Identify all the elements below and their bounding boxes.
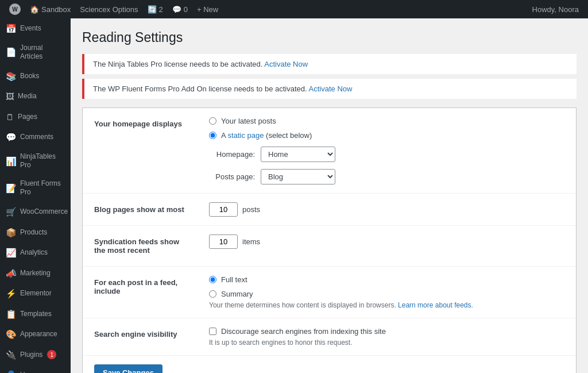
site-icon: 🏠 — [30, 5, 39, 14]
comments-menu-icon: 💬 — [6, 132, 17, 143]
blog-pages-suffix: posts — [242, 205, 260, 214]
main-content: Reading Settings The Ninja Tables Pro li… — [71, 18, 588, 373]
sidebar-item-woocommerce[interactable]: 🛒 WooCommerce — [0, 202, 71, 222]
users-icon: 👤 — [6, 370, 17, 373]
static-page-radio[interactable] — [209, 132, 216, 139]
settings-form: Your homepage displays Your latest posts — [82, 107, 577, 373]
search-engine-checkbox[interactable] — [209, 328, 216, 335]
full-text-radio[interactable] — [209, 276, 216, 283]
sidebar-item-analytics[interactable]: 📈 Analytics — [0, 243, 71, 263]
homepage-displays-field: Your latest posts A static page (select … — [198, 108, 576, 194]
sidebar: 📅 Events 📄 Journal Articles 📚 Books 🖼 Me… — [0, 18, 71, 373]
fluent-notice: The WP Fluent Forms Pro Add On license n… — [82, 79, 577, 99]
feed-radio-group: Full text Summary — [209, 275, 564, 298]
search-engine-row: Search engine visibility Discourage sear… — [83, 318, 576, 356]
comments-icon: 💬 — [172, 5, 181, 14]
feed-description-text: Your theme determines how content is dis… — [209, 301, 396, 309]
search-engine-help-text: It is up to search engines to honor this… — [209, 339, 564, 347]
static-page-link[interactable]: static page — [228, 131, 264, 140]
sidebar-item-templates[interactable]: 📋 Templates — [0, 304, 71, 325]
page-title: Reading Settings — [82, 30, 577, 45]
syndication-field: 10 items — [198, 226, 576, 267]
form-table: Your homepage displays Your latest posts — [83, 108, 576, 356]
syndication-input[interactable]: 10 — [209, 234, 238, 249]
updates-icon: 🔄 — [148, 5, 157, 14]
feed-include-label: For each post in a feed, include — [83, 267, 198, 318]
ninjatables-icon: 📊 — [6, 156, 17, 167]
updates-button[interactable]: 🔄 2 — [143, 0, 168, 18]
plugin-name-button[interactable]: Sciencex Options — [75, 0, 142, 18]
elementor-icon: ⚡ — [6, 288, 17, 299]
syndication-suffix: items — [242, 237, 260, 246]
howdy-text: Howdy, Noora — [528, 5, 583, 14]
blog-pages-label: Blog pages show at most — [83, 194, 198, 226]
media-icon: 🖼 — [6, 91, 14, 102]
sidebar-item-ninjatables[interactable]: 📊 NinjaTables Pro — [0, 148, 71, 175]
wp-logo-button[interactable]: W — [5, 0, 25, 18]
comments-button[interactable]: 💬 0 — [168, 0, 192, 18]
sidebar-item-fluentforms[interactable]: 📝 Fluent Forms Pro — [0, 175, 71, 202]
homepage-select-row: Homepage: Home About Contact Blog — [209, 147, 564, 162]
sidebar-item-media[interactable]: 🖼 Media — [0, 86, 71, 107]
posts-page-select-row: Posts page: Blog News Articles — [209, 169, 564, 184]
sidebar-item-elementor[interactable]: ⚡ Elementor — [0, 283, 71, 304]
new-content-button[interactable]: + New — [192, 0, 223, 18]
learn-more-feeds-link[interactable]: Learn more about feeds. — [398, 301, 473, 309]
plugin-name-label: Sciencex Options — [80, 5, 138, 14]
homepage-radio-group: Your latest posts A static page (select … — [209, 117, 564, 140]
posts-page-select[interactable]: Blog News Articles — [261, 169, 335, 184]
products-icon: 📦 — [6, 227, 17, 239]
feed-include-row: For each post in a feed, include Full te… — [83, 267, 576, 318]
comments-count: 0 — [184, 5, 188, 14]
save-changes-button[interactable]: Save Changes — [94, 364, 163, 373]
sidebar-item-users[interactable]: 👤 Users — [0, 365, 71, 373]
feed-description: Your theme determines how content is dis… — [209, 301, 564, 309]
blog-pages-input[interactable]: 10 — [209, 202, 238, 217]
sidebar-item-plugins[interactable]: 🔌 Plugins 1 — [0, 345, 71, 366]
fluent-notice-text: The WP Fluent Forms Pro Add On license n… — [93, 84, 307, 93]
static-page-suffix: (select below) — [266, 131, 312, 140]
plugins-badge: 1 — [47, 350, 56, 359]
summary-option: Summary — [209, 290, 564, 298]
sidebar-item-pages[interactable]: 🗒 Pages — [0, 107, 71, 128]
search-engine-checkbox-label: Discourage search engines from indexing … — [221, 327, 386, 336]
summary-radio[interactable] — [209, 290, 216, 298]
homepage-displays-row: Your homepage displays Your latest posts — [83, 108, 576, 194]
feed-include-field: Full text Summary Your theme determines … — [198, 267, 576, 318]
fluentforms-icon: 📝 — [6, 183, 17, 194]
appearance-icon: 🎨 — [6, 329, 17, 340]
homepage-select-label: Homepage: — [209, 150, 255, 159]
blog-pages-number-row: 10 posts — [209, 202, 564, 217]
syndication-row: Syndication feeds show the most recent 1… — [83, 226, 576, 267]
sidebar-item-journal-articles[interactable]: 📄 Journal Articles — [0, 39, 71, 66]
search-engine-field: Discourage search engines from indexing … — [198, 318, 576, 356]
sidebar-item-books[interactable]: 📚 Books — [0, 66, 71, 87]
admin-bar: W 🏠 Sandbox Sciencex Options 🔄 2 💬 0 + N… — [0, 0, 588, 18]
syndication-label: Syndication feeds show the most recent — [83, 226, 198, 267]
fluent-activate-link[interactable]: Activate Now — [309, 84, 353, 93]
static-page-prefix: A — [221, 131, 226, 140]
latest-posts-label: Your latest posts — [221, 117, 276, 125]
pages-icon: 🗒 — [6, 111, 14, 123]
events-icon: 📅 — [6, 23, 17, 34]
latest-posts-option: Your latest posts — [209, 117, 564, 125]
homepage-select[interactable]: Home About Contact Blog — [261, 147, 335, 162]
site-name-button[interactable]: 🏠 Sandbox — [25, 0, 75, 18]
submit-wrap: Save Changes — [83, 356, 576, 373]
posts-page-select-label: Posts page: — [209, 172, 255, 181]
latest-posts-radio[interactable] — [209, 117, 216, 125]
full-text-option: Full text — [209, 275, 564, 284]
search-engine-label: Search engine visibility — [83, 318, 198, 356]
sidebar-item-products[interactable]: 📦 Products — [0, 222, 71, 243]
sidebar-item-marketing[interactable]: 📣 Marketing — [0, 263, 71, 284]
marketing-icon: 📣 — [6, 268, 17, 279]
plugins-icon: 🔌 — [6, 349, 17, 361]
sidebar-item-comments[interactable]: 💬 Comments — [0, 127, 71, 148]
books-icon: 📚 — [6, 71, 17, 82]
ninja-notice: The Ninja Tables Pro license needs to be… — [82, 54, 577, 74]
sidebar-item-appearance[interactable]: 🎨 Appearance — [0, 324, 71, 345]
ninja-activate-link[interactable]: Activate Now — [264, 60, 308, 68]
site-name-label: Sandbox — [41, 5, 71, 14]
sidebar-item-events[interactable]: 📅 Events — [0, 18, 71, 39]
analytics-icon: 📈 — [6, 247, 17, 259]
